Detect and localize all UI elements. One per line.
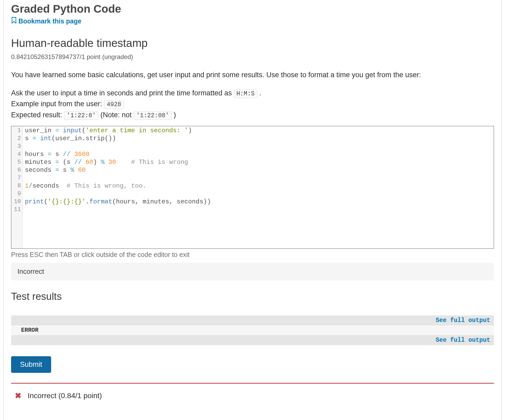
code-line[interactable]: seconds = s % 60 bbox=[25, 166, 211, 174]
gutter-line: 6 bbox=[14, 166, 21, 174]
gutter-line: 2 bbox=[14, 135, 21, 143]
description-intro: You have learned some basic calculations… bbox=[11, 70, 494, 80]
code-gutter: 1234567891011 bbox=[11, 126, 23, 248]
code-line[interactable]: 1/seconds # This is wrong, too. bbox=[25, 182, 211, 190]
code-line[interactable] bbox=[25, 190, 211, 198]
score-line: 0.842105263157894737/1 point (ungraded) bbox=[11, 53, 494, 61]
code-line[interactable]: minutes = (s // 60) % 30 # This is wrong bbox=[25, 158, 211, 166]
code-line[interactable]: user_in = input('enter a time in seconds… bbox=[25, 127, 211, 135]
expected-result-code: '1:22:8' bbox=[64, 111, 98, 120]
gutter-line: 7 bbox=[14, 174, 21, 182]
gutter-line: 3 bbox=[14, 143, 21, 150]
gutter-line: 10 bbox=[14, 198, 21, 206]
problem-title: Human-readable timestamp bbox=[11, 37, 494, 50]
description-details: Ask the user to input a time in seconds … bbox=[11, 88, 494, 121]
page-title: Graded Python Code bbox=[11, 3, 494, 15]
expected-suffix: ) bbox=[174, 111, 176, 119]
code-area[interactable]: user_in = input('enter a time in seconds… bbox=[23, 126, 213, 248]
code-line[interactable]: print('{}:{}:{}'.format(hours, minutes, … bbox=[25, 198, 211, 206]
gutter-line: 1 bbox=[14, 127, 21, 135]
gutter-line: 4 bbox=[14, 150, 21, 158]
problem-description: You have learned some basic calculations… bbox=[11, 70, 494, 121]
results-row: See full output bbox=[11, 315, 494, 325]
gutter-line: 8 bbox=[14, 182, 21, 190]
incorrect-banner: Incorrect bbox=[11, 263, 494, 280]
results-row: See full output bbox=[11, 335, 494, 345]
code-line[interactable]: hours = s // 3600 bbox=[25, 150, 211, 158]
code-line[interactable] bbox=[25, 206, 211, 214]
gutter-line: 11 bbox=[14, 206, 21, 214]
code-line[interactable] bbox=[25, 143, 211, 150]
code-line[interactable] bbox=[25, 174, 211, 182]
see-full-output-link[interactable]: See full output bbox=[436, 317, 490, 324]
submit-button[interactable]: Submit bbox=[11, 356, 51, 373]
results-row: ERROR bbox=[11, 325, 494, 335]
final-status: ✖ Incorrect (0.84/1 point) bbox=[11, 384, 494, 400]
expected-prefix: Expected result: bbox=[11, 111, 64, 119]
see-full-output-link[interactable]: See full output bbox=[436, 337, 490, 344]
final-status-text: Incorrect (0.84/1 point) bbox=[28, 392, 102, 400]
test-results-title: Test results bbox=[11, 291, 494, 302]
example-input-code: 4928 bbox=[104, 100, 124, 109]
expected-mid: (Note: not bbox=[100, 111, 134, 119]
gutter-line: 9 bbox=[14, 190, 21, 198]
bookmark-label: Bookmark this page bbox=[18, 17, 81, 25]
page-frame: Graded Python Code Bookmark this page Hu… bbox=[3, 0, 502, 420]
error-label: ERROR bbox=[15, 327, 38, 334]
editor-hint: Press ESC then TAB or click outside of t… bbox=[11, 251, 494, 258]
test-results-table: See full outputERRORSee full output bbox=[11, 315, 494, 345]
ask-suffix: . bbox=[259, 89, 261, 97]
example-prefix: Example input from the user: bbox=[11, 100, 104, 108]
ask-format-code: H:M:S bbox=[234, 90, 257, 98]
ask-prefix: Ask the user to input a time in seconds … bbox=[11, 89, 234, 97]
expected-wrong-code: '1:22:08' bbox=[134, 111, 172, 120]
bookmark-link[interactable]: Bookmark this page bbox=[11, 17, 81, 25]
code-editor[interactable]: 1234567891011 user_in = input('enter a t… bbox=[11, 126, 494, 249]
gutter-line: 5 bbox=[14, 158, 21, 166]
incorrect-icon: ✖ bbox=[15, 391, 21, 400]
code-line[interactable]: s = int(user_in.strip()) bbox=[25, 135, 211, 143]
bookmark-icon bbox=[11, 17, 17, 25]
